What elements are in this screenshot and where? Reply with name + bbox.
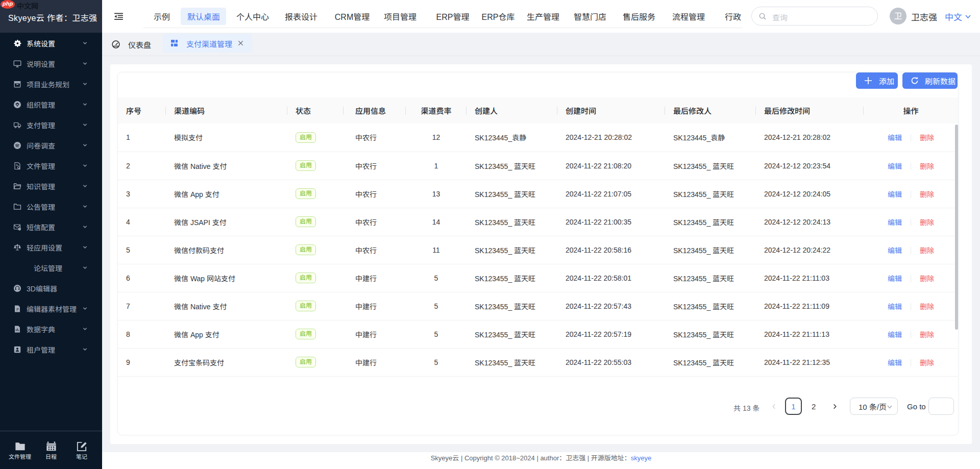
svg-text:P: P [16,308,19,311]
